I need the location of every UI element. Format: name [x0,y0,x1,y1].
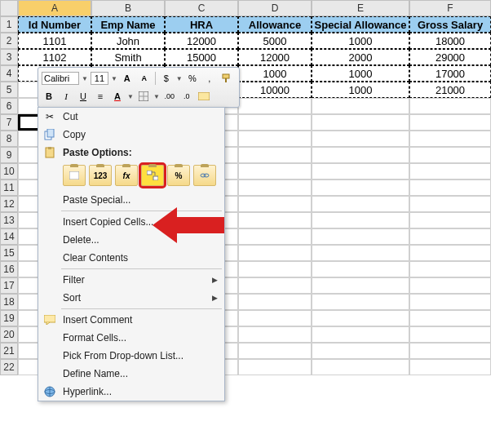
cell[interactable]: 1000 [312,65,409,82]
cell[interactable] [312,294,409,310]
align-center-icon[interactable]: ≡ [93,89,108,104]
cell[interactable] [409,196,491,212]
cell[interactable] [238,245,312,261]
increase-decimal-icon[interactable]: .00 [162,89,177,104]
row-18[interactable]: 18 [0,294,18,310]
font-size[interactable]: 11 [91,72,108,85]
hyperlink-item[interactable]: Hyperlink... [38,383,224,401]
cell[interactable] [238,228,312,245]
cell[interactable] [238,196,312,212]
shrink-font-button[interactable]: A [137,71,152,86]
cell[interactable] [238,114,312,131]
cell[interactable]: Gross Salary [409,16,491,33]
cell[interactable] [238,147,312,163]
row-1[interactable]: 1 [0,16,18,33]
paste-values-button[interactable]: 123 [89,165,112,186]
cell[interactable] [312,228,409,245]
row-9[interactable]: 9 [0,147,18,163]
row-16[interactable]: 16 [0,261,18,277]
cell[interactable] [238,180,312,196]
paste-link-button[interactable] [193,165,216,186]
cell[interactable] [409,131,491,147]
cell[interactable]: 17000 [409,65,491,82]
cell[interactable] [238,261,312,277]
copy-item[interactable]: Copy [38,126,224,144]
cut-item[interactable]: ✂ Cut [38,108,224,126]
row-8[interactable]: 8 [0,131,18,147]
chevron-down-icon[interactable]: ▼ [111,75,117,82]
cell[interactable] [409,261,491,277]
clear-contents-item[interactable]: Clear Contents [38,249,224,267]
bold-button[interactable]: B [42,89,56,104]
cell[interactable] [409,147,491,163]
cell[interactable] [238,131,312,147]
cell[interactable] [409,114,491,131]
cell[interactable] [238,326,312,343]
cell[interactable] [238,277,312,294]
col-B[interactable]: B [91,0,165,16]
cell[interactable]: 12000 [165,33,238,49]
select-all-corner[interactable] [0,0,18,16]
cell[interactable] [312,163,409,180]
context-menu[interactable]: ✂ Cut Copy Paste Options: 123 fx % Paste… [38,107,225,401]
cell[interactable] [312,131,409,147]
cell[interactable] [238,359,312,375]
define-name-item[interactable]: Define Name... [38,365,224,383]
cell[interactable] [312,98,409,114]
cell[interactable] [409,245,491,261]
row-20[interactable]: 20 [0,326,18,343]
cell[interactable] [409,359,491,375]
cell[interactable]: 18000 [409,33,491,49]
sort-item[interactable]: Sort ▶ [38,289,224,307]
cell[interactable] [409,212,491,228]
row-19[interactable]: 19 [0,310,18,326]
merge-icon[interactable] [197,89,211,104]
decrease-decimal-icon[interactable]: .0 [179,89,194,104]
cell[interactable] [409,294,491,310]
cell[interactable]: 1000 [312,82,409,98]
cell[interactable] [312,147,409,163]
paste-transpose-button[interactable] [141,165,164,186]
cell[interactable]: Allowance [238,16,312,33]
cell[interactable]: 1101 [18,33,91,49]
row-5[interactable]: 5 [0,82,18,98]
cell[interactable] [312,343,409,359]
row-15[interactable]: 15 [0,245,18,261]
cell[interactable] [409,310,491,326]
cell[interactable] [312,180,409,196]
cell[interactable] [238,163,312,180]
cell[interactable]: 1102 [18,49,91,65]
row-21[interactable]: 21 [0,343,18,359]
paste-percent-button[interactable]: % [167,165,190,186]
format-cells-item[interactable]: Format Cells... [38,329,224,347]
cell[interactable]: 2000 [312,49,409,65]
fill-color-icon[interactable]: A [110,89,125,104]
col-E[interactable]: E [312,0,409,16]
paste-special-item[interactable]: Paste Special... [38,191,224,209]
row-11[interactable]: 11 [0,180,18,196]
cell[interactable] [409,163,491,180]
cell[interactable] [312,359,409,375]
cell[interactable] [238,310,312,326]
row-14[interactable]: 14 [0,228,18,245]
cell[interactable] [312,326,409,343]
cell[interactable]: 21000 [409,82,491,98]
cell[interactable]: 1000 [238,65,312,82]
grow-font-button[interactable]: A [120,71,135,86]
format-painter-icon[interactable] [219,71,234,86]
cell[interactable] [312,196,409,212]
col-A[interactable]: A [18,0,91,16]
row-4[interactable]: 4 [0,65,18,82]
row-22[interactable]: 22 [0,359,18,375]
italic-button[interactable]: I [59,89,73,104]
col-F[interactable]: F [409,0,491,16]
row-2[interactable]: 2 [0,33,18,49]
row-3[interactable]: 3 [0,49,18,65]
row-12[interactable]: 12 [0,196,18,212]
paste-all-button[interactable] [63,165,86,186]
cell[interactable]: Special Allowance [312,16,409,33]
cell[interactable] [238,98,312,114]
col-D[interactable]: D [238,0,312,16]
cell[interactable]: John [91,33,165,49]
cell[interactable] [312,277,409,294]
